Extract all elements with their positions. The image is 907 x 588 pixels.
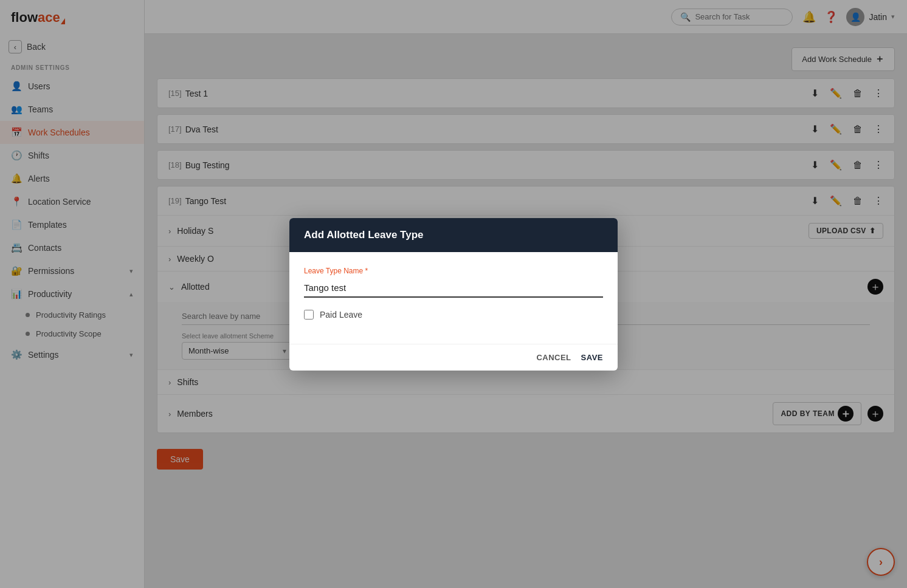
- modal-cancel-button[interactable]: CANCEL: [536, 353, 571, 362]
- paid-leave-checkbox[interactable]: [304, 310, 314, 320]
- modal-overlay: Add Allotted Leave Type Leave Type Name …: [0, 0, 907, 588]
- modal-header: Add Allotted Leave Type: [289, 218, 618, 252]
- paid-leave-label: Paid Leave: [320, 310, 362, 320]
- modal-title: Add Allotted Leave Type: [304, 229, 423, 241]
- modal-save-button[interactable]: SAVE: [581, 353, 603, 362]
- modal-footer: CANCEL SAVE: [289, 344, 618, 371]
- modal-body: Leave Type Name * Paid Leave: [289, 252, 618, 334]
- add-allotted-leave-modal: Add Allotted Leave Type Leave Type Name …: [289, 218, 618, 371]
- required-indicator: *: [365, 267, 368, 275]
- leave-type-input[interactable]: [304, 279, 603, 298]
- leave-type-label: Leave Type Name *: [304, 267, 603, 275]
- paid-leave-row: Paid Leave: [304, 310, 603, 320]
